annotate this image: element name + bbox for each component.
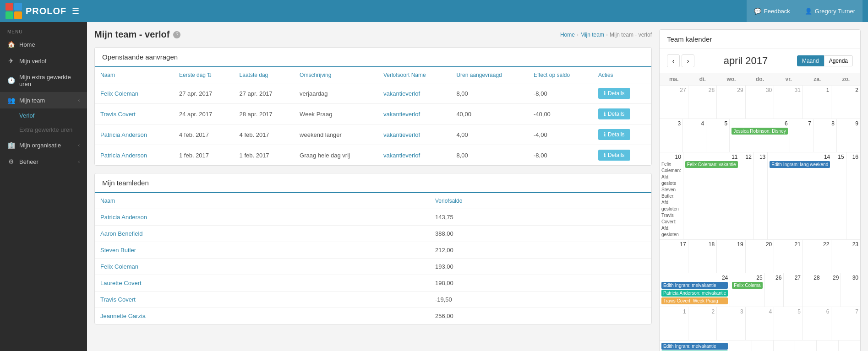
naam-link[interactable]: Felix Coleman <box>100 90 138 97</box>
sidebar-item-beheer[interactable]: ⚙ Beheer ‹ <box>0 153 87 170</box>
calendar-event[interactable]: Travis Covert: Week Praag <box>661 297 728 304</box>
cell-team-naam: Travis Covert <box>95 292 430 308</box>
calendar-cell[interactable]: 27 <box>784 273 803 307</box>
calendar-cell[interactable]: 5 <box>774 307 803 340</box>
calendar-cell[interactable]: 29 <box>717 86 746 119</box>
team-naam-link[interactable]: Felix Coleman <box>100 263 138 270</box>
breadcrumb-home[interactable]: Home <box>560 32 575 38</box>
calendar-cell[interactable]: 27 <box>660 86 688 119</box>
calendar-cell[interactable]: 7 <box>790 119 813 152</box>
calendar-cell[interactable]: 3 <box>717 307 746 340</box>
naam-link[interactable]: Patricia Anderson <box>100 131 147 138</box>
verlofsoort-link[interactable]: vakantieverlof <box>383 111 420 118</box>
calendar-cell[interactable]: 15 <box>832 152 846 239</box>
calendar-cell[interactable]: 11Felix Coleman: vakantie <box>683 152 740 239</box>
calendar-cell[interactable]: 1 <box>660 307 688 340</box>
calendar-event[interactable]: Jessica Robinson: Disney <box>732 128 788 135</box>
calendar-cell[interactable]: 6Jessica Robinson: Disney <box>730 119 790 152</box>
verlofsoort-link[interactable]: vakantieverlof <box>383 152 420 159</box>
calendar-cell[interactable]: 25Felix Colema <box>730 273 764 307</box>
calendar-cell[interactable]: 9 <box>837 119 860 152</box>
calendar-cell[interactable]: 7 <box>831 307 860 340</box>
prev-month-button[interactable]: ‹ <box>667 54 680 67</box>
sidebar-item-extra-gewerkt[interactable]: Extra gewerkte uren <box>19 123 87 137</box>
calendar-cell[interactable]: 28 <box>688 86 717 119</box>
verlofsoort-link[interactable]: vakantieverlof <box>383 131 420 138</box>
calendar-cell[interactable]: 14Edith Ingram: lang weekend <box>768 152 832 239</box>
calendar-cell[interactable]: 24Edith Ingram: meivakantiePatricia Ande… <box>660 273 730 307</box>
calendar-cell[interactable] <box>774 340 795 351</box>
sidebar-item-mijn-verlof[interactable]: ✈ Mijn verlof <box>0 53 87 69</box>
sidebar-item-home[interactable]: 🏠 Home <box>0 36 87 53</box>
team-naam-link[interactable]: Aaron Benefield <box>100 230 143 237</box>
calendar-cell[interactable]: 2 <box>688 307 717 340</box>
team-naam-link[interactable]: Laurette Covert <box>100 280 142 286</box>
calendar-cell[interactable] <box>839 340 860 351</box>
calendar-cell[interactable]: 13 <box>754 152 768 239</box>
calendar-cell[interactable]: 23 <box>831 240 860 273</box>
feedback-button[interactable]: 💬 Feedback <box>747 0 797 22</box>
calendar-cell[interactable]: 22 <box>803 240 832 273</box>
calendar-cell[interactable]: 6 <box>803 307 832 340</box>
calendar-cell[interactable]: 29 <box>822 273 841 307</box>
calendar-cell[interactable]: 16 <box>846 152 860 239</box>
user-menu-button[interactable]: 👤 Gregory Turner <box>797 0 863 22</box>
logo-text: PROLOF <box>26 6 66 16</box>
calendar-cell[interactable] <box>817 340 838 351</box>
feedback-label: Feedback <box>764 8 790 15</box>
details-button[interactable]: ℹ Details <box>598 150 630 161</box>
team-naam-link[interactable]: Jeannette Garzia <box>100 313 146 319</box>
calendar-event[interactable]: Edith Ingram: lang weekend <box>770 161 830 168</box>
help-icon[interactable]: ? <box>173 31 180 38</box>
team-naam-link[interactable]: Travis Covert <box>100 296 136 303</box>
next-month-button[interactable]: › <box>682 54 694 67</box>
calendar-cell[interactable]: 31 <box>774 86 803 119</box>
calendar-cell[interactable]: 18 <box>688 240 717 273</box>
sidebar-item-mijn-org[interactable]: 🏢 Mijn organisatie ‹ <box>0 137 87 153</box>
sidebar-item-extra-uren[interactable]: 🕐 Mijn extra gewerkte uren <box>0 69 87 92</box>
view-agenda-button[interactable]: Agenda <box>824 55 853 66</box>
details-button[interactable]: ℹ Details <box>598 108 630 119</box>
calendar-cell[interactable]: 3 <box>660 119 683 152</box>
calendar-event[interactable]: Patricia Anderson: meivakantie <box>661 290 728 297</box>
sidebar-item-mijn-team[interactable]: 👥 Mijn team ‹ <box>0 92 87 108</box>
calendar-cell[interactable]: 21 <box>774 240 803 273</box>
calendar-cell[interactable]: 28 <box>803 273 822 307</box>
calendar-cell[interactable]: 2 <box>831 86 860 119</box>
calendar-event[interactable]: Felix Colema <box>732 282 762 289</box>
info-icon: ℹ <box>604 111 606 117</box>
calendar-event[interactable]: Felix Coleman: vakantie <box>685 161 738 168</box>
calendar-cell[interactable]: 5 <box>706 119 730 152</box>
breadcrumb-mijn-team[interactable]: Mijn team <box>580 32 604 38</box>
verlofsoort-link[interactable]: vakantieverlof <box>383 90 420 97</box>
calendar-cell[interactable]: 12 <box>740 152 754 239</box>
view-month-button[interactable]: Maand <box>797 55 824 66</box>
naam-link[interactable]: Patricia Anderson <box>100 152 147 159</box>
hamburger-menu[interactable]: ☰ <box>72 6 79 16</box>
table-row: Laurette Covert 198,00 <box>95 275 651 292</box>
calendar-cell[interactable]: 26 <box>765 273 784 307</box>
calendar-cell[interactable] <box>752 340 774 351</box>
col-eerste-dag[interactable]: Eerste dag ⇅ <box>174 67 234 83</box>
sidebar-item-verlof[interactable]: Verlof <box>19 108 87 123</box>
calendar-cell[interactable]: 30 <box>841 273 860 307</box>
team-naam-link[interactable]: Steven Butler <box>100 247 136 254</box>
details-button[interactable]: ℹ Details <box>598 129 630 140</box>
calendar-cell[interactable]: 1 <box>803 86 832 119</box>
calendar-event[interactable]: Edith Ingram: meivakantie <box>661 282 728 289</box>
calendar-cell[interactable]: 17 <box>660 240 688 273</box>
calendar-cell[interactable]: 19 <box>717 240 746 273</box>
calendar-cell[interactable]: 4 <box>746 307 775 340</box>
calendar-cell[interactable]: 4 <box>683 119 706 152</box>
calendar-cell[interactable] <box>730 340 752 351</box>
calendar-cell[interactable]: 8 <box>813 119 837 152</box>
team-naam-link[interactable]: Patricia Anderson <box>100 214 147 221</box>
details-button[interactable]: ℹ Details <box>598 88 630 99</box>
calendar-cell[interactable]: Edith Ingram: meivakantiePatricia Anders… <box>660 340 730 351</box>
calendar-cell[interactable]: 20 <box>746 240 775 273</box>
naam-link[interactable]: Travis Covert <box>100 111 136 118</box>
calendar-event[interactable]: Edith Ingram: meivakantie <box>661 343 728 350</box>
calendar-cell[interactable]: 30 <box>746 86 775 119</box>
calendar-cell[interactable] <box>795 340 817 351</box>
calendar-cell[interactable]: 10Felix Coleman: Afd. gesloteSteven Butl… <box>660 152 683 239</box>
